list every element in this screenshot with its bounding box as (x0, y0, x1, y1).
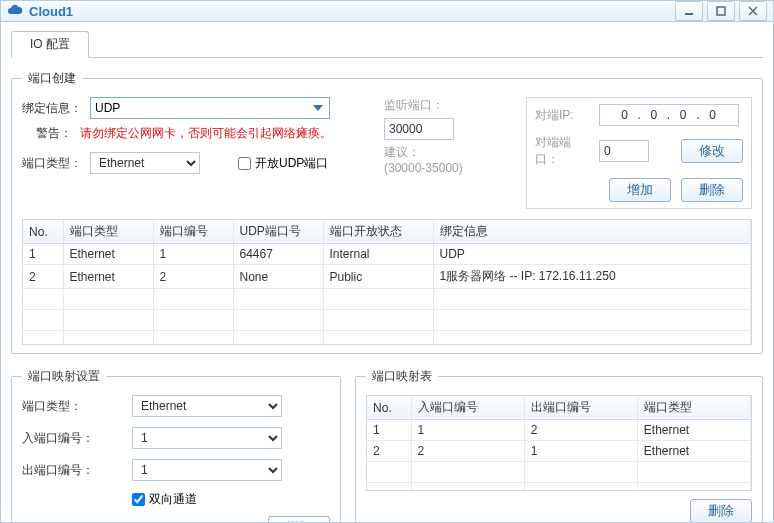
tab-io-config[interactable]: IO 配置 (11, 31, 89, 58)
close-button[interactable] (739, 1, 767, 21)
label-listen-port: 监听端口： (384, 97, 504, 114)
table-row (367, 462, 751, 483)
group-port-map-table-legend: 端口映射表 (366, 368, 438, 385)
table-row[interactable]: 22 1Ethernet (367, 441, 751, 462)
two-way-label: 双向通道 (149, 491, 197, 508)
label-in-port-no: 入端口编号： (22, 430, 132, 447)
label-suggest-range: (30000-35000) (384, 161, 504, 175)
table-row (23, 310, 751, 331)
table-row (23, 289, 751, 310)
port-map-table[interactable]: No. 入端口编号 出端口编号 端口类型 11 2Ethernet 22 (367, 396, 751, 491)
map-port-type-select[interactable]: Ethernet (132, 395, 282, 417)
port-type-select[interactable]: Ethernet (90, 152, 200, 174)
open-udp-label: 开放UDP端口 (255, 155, 328, 172)
peer-ip-input[interactable] (599, 104, 739, 126)
label-peer-port: 对端端口： (535, 134, 591, 168)
port-map-table-header: No. 入端口编号 出端口编号 端口类型 (367, 396, 751, 420)
bind-info-value: UDP (95, 101, 120, 115)
map-add-button[interactable]: 增加 (268, 516, 330, 523)
in-port-no-select[interactable]: 1 (132, 427, 282, 449)
table-row (367, 483, 751, 492)
map-delete-button[interactable]: 删除 (690, 499, 752, 523)
bind-info-select[interactable]: UDP (90, 97, 330, 119)
table-row (23, 331, 751, 346)
label-port-type: 端口类型： (22, 155, 82, 172)
label-map-port-type: 端口类型： (22, 398, 132, 415)
group-port-create-legend: 端口创建 (22, 70, 82, 87)
table-row[interactable]: 11 2Ethernet (367, 420, 751, 441)
svg-rect-0 (685, 13, 693, 15)
chevron-down-icon (310, 101, 325, 115)
svg-rect-1 (717, 7, 725, 15)
port-table[interactable]: No. 端口类型 端口编号 UDP端口号 端口开放状态 绑定信息 1Ethern… (23, 220, 751, 345)
window-title: Cloud1 (29, 4, 73, 19)
group-port-map-table: 端口映射表 No. 入端口编号 出端口编号 端口类型 11 (355, 368, 763, 523)
titlebar: Cloud1 (1, 1, 773, 22)
group-port-create: 端口创建 绑定信息： UDP 警告： 请勿绑定公网网卡，否则可能会引起网络瘫痪。 (11, 70, 763, 354)
label-suggest: 建议： (384, 144, 504, 161)
window-buttons (671, 1, 767, 21)
port-table-header: No. 端口类型 端口编号 UDP端口号 端口开放状态 绑定信息 (23, 220, 751, 244)
minimize-button[interactable] (675, 1, 703, 21)
out-port-no-select[interactable]: 1 (132, 459, 282, 481)
two-way-checkbox[interactable]: 双向通道 (132, 491, 282, 508)
table-row[interactable]: 1Ethernet 164467 InternalUDP (23, 244, 751, 265)
label-peer-ip: 对端IP: (535, 107, 591, 124)
modify-button[interactable]: 修改 (681, 139, 743, 163)
group-port-map-settings-legend: 端口映射设置 (22, 368, 106, 385)
table-row[interactable]: 2Ethernet 2None Public1服务器网络 -- IP: 172.… (23, 265, 751, 289)
warning-message: 请勿绑定公网网卡，否则可能会引起网络瘫痪。 (80, 125, 332, 142)
peer-port-input[interactable] (599, 140, 649, 162)
tabstrip: IO 配置 (11, 32, 763, 58)
label-warning: 警告： (36, 125, 72, 142)
label-bind-info: 绑定信息： (22, 100, 82, 117)
listen-port-input[interactable] (384, 118, 454, 140)
port-add-button[interactable]: 增加 (609, 178, 671, 202)
group-port-map-settings: 端口映射设置 端口类型： Ethernet 入端口编号： 1 出端口编号： 1 … (11, 368, 341, 523)
label-out-port-no: 出端口编号： (22, 462, 132, 479)
open-udp-checkbox[interactable]: 开放UDP端口 (238, 155, 328, 172)
port-delete-button[interactable]: 删除 (681, 178, 743, 202)
app-icon (7, 3, 23, 19)
maximize-button[interactable] (707, 1, 735, 21)
